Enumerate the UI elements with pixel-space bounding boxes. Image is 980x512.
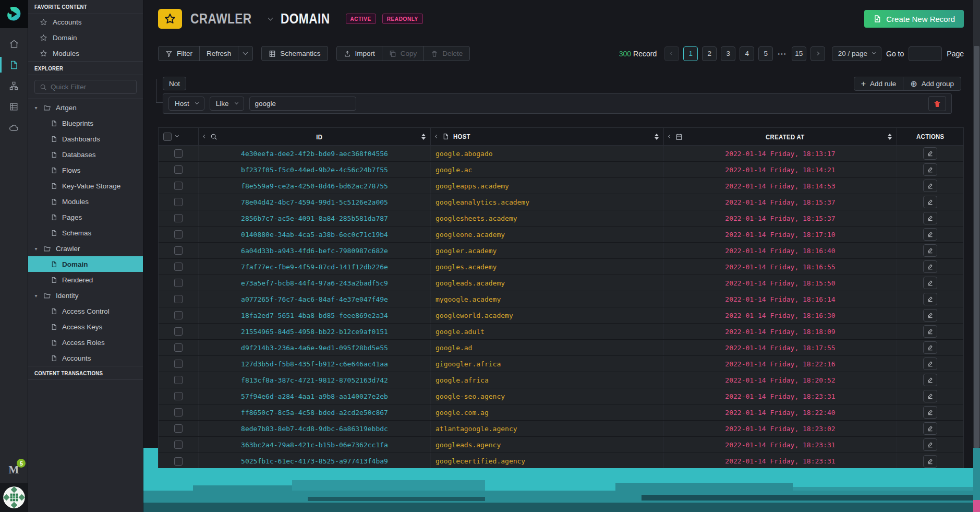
edit-record-button[interactable] [923, 244, 937, 257]
edit-record-button[interactable] [923, 180, 937, 192]
tree-item-flows[interactable]: Flows [28, 162, 143, 178]
filter-operator-select[interactable]: Like [210, 97, 244, 111]
caret-down-icon[interactable]: ▾ [33, 246, 39, 252]
goto-page-input[interactable] [909, 46, 942, 61]
import-button[interactable]: Import [336, 46, 382, 61]
row-host[interactable]: googleads.academy [435, 279, 505, 287]
edit-record-button[interactable] [923, 422, 937, 435]
row-host[interactable]: googleapps.academy [435, 182, 509, 190]
favorite-item-accounts[interactable]: Accounts [28, 14, 143, 30]
tree-item-access-keys[interactable]: Access Keys [28, 319, 143, 335]
row-checkbox[interactable] [174, 408, 183, 416]
row-id[interactable]: 2856b7c7-ac5e-4091-8a84-285b581da787 [241, 215, 388, 222]
edit-record-button[interactable] [923, 260, 937, 273]
select-all-checkbox[interactable] [163, 133, 172, 141]
row-checkbox[interactable] [174, 424, 183, 433]
edit-record-button[interactable] [923, 163, 937, 176]
row-host[interactable]: gigoogler.africa [435, 360, 501, 368]
pagination-ellipsis[interactable]: ••• [777, 51, 788, 57]
row-checkbox[interactable] [174, 279, 183, 287]
row-id[interactable]: 78e04d42-4bc7-4594-99d1-5c5126e2a005 [241, 198, 388, 206]
page-button-4[interactable]: 4 [740, 46, 754, 61]
tree-item-domain[interactable]: Domain [28, 256, 143, 272]
refresh-button[interactable]: Refresh [199, 46, 238, 61]
column-header-id[interactable]: ID [199, 128, 431, 145]
row-checkbox[interactable] [174, 263, 183, 271]
tree-item-rendered[interactable]: Rendered [28, 272, 143, 288]
tree-item-pages[interactable]: Pages [28, 209, 143, 225]
row-id[interactable]: 21554965-84d5-4958-bb22-b12ce9af0151 [241, 328, 388, 336]
row-id[interactable]: e73a5ef7-bcb8-44f4-97a6-243a2badf5c9 [241, 279, 388, 287]
edit-record-button[interactable] [923, 341, 937, 354]
row-id[interactable]: 4e30eefa-dee2-4f2b-bde9-aec368f04556 [241, 150, 388, 158]
schemantics-button[interactable]: Schemantics [261, 46, 328, 61]
tree-item-databases[interactable]: Databases [28, 147, 143, 162]
rail-home-icon[interactable] [0, 33, 28, 54]
row-id[interactable]: 0140880e-34ab-4ca5-a38b-6ec0c71c19b4 [241, 231, 388, 239]
tree-item-access-roles[interactable]: Access Roles [28, 335, 143, 350]
edit-record-button[interactable] [923, 196, 937, 208]
chevron-down-icon[interactable] [175, 134, 179, 137]
row-checkbox[interactable] [174, 376, 183, 384]
row-id[interactable]: 6a04d33b-a943-4fd6-befc-7980987c682e [241, 247, 388, 255]
row-id[interactable]: f813cf8a-387c-4721-9812-87052163d742 [241, 376, 388, 384]
page-button-5[interactable]: 5 [758, 46, 773, 61]
row-host[interactable]: atlantagoogle.agency [435, 425, 517, 433]
add-rule-button[interactable]: +Add rule [854, 77, 904, 91]
rail-storage-icon[interactable] [0, 96, 28, 117]
chevron-left-icon[interactable] [435, 135, 439, 138]
refresh-dropdown-button[interactable] [238, 46, 253, 61]
row-host[interactable]: googleone.academy [435, 231, 505, 239]
quick-filter[interactable] [34, 80, 137, 94]
row-id[interactable]: f8e559a9-ce2a-4250-8d46-bd62ac278755 [241, 182, 388, 190]
row-id[interactable]: 363bc2a4-79a8-421c-b15b-06e7362cc1fa [241, 441, 388, 449]
row-id[interactable]: 127d3b5d-f5b8-435f-b912-c6e646ac41aa [241, 360, 388, 368]
page-button-2[interactable]: 2 [702, 46, 717, 61]
filter-value-input[interactable] [249, 97, 356, 111]
tree-item-blueprints[interactable]: Blueprints [28, 115, 143, 131]
row-checkbox[interactable] [174, 295, 183, 303]
delete-rule-button[interactable] [928, 96, 946, 111]
filter-field-select[interactable]: Host [168, 97, 204, 111]
row-checkbox[interactable] [174, 165, 183, 174]
column-header-created-at[interactable]: CREATED AT [664, 128, 897, 145]
row-checkbox[interactable] [174, 246, 183, 255]
row-host[interactable]: google-seo.agency [435, 392, 505, 400]
caret-down-icon[interactable]: ▾ [33, 293, 39, 299]
workspace-m-icon[interactable]: M 5 [9, 463, 19, 477]
sort-icon[interactable] [655, 134, 659, 140]
page-button-3[interactable]: 3 [721, 46, 735, 61]
row-host[interactable]: googlesheets.academy [435, 215, 517, 222]
row-checkbox[interactable] [174, 392, 183, 400]
row-host[interactable]: google.ad [435, 344, 472, 352]
add-group-button[interactable]: ⊕Add group [903, 77, 961, 91]
copy-button[interactable]: Copy [382, 46, 425, 61]
not-toggle-button[interactable]: Not [163, 77, 186, 90]
page-size-select[interactable]: 20 / page [832, 46, 881, 61]
row-checkbox[interactable] [174, 360, 183, 368]
tree-item-access-control[interactable]: Access Control [28, 303, 143, 319]
page-button-1[interactable]: 1 [683, 46, 698, 61]
tree-folder-artgen[interactable]: ▾Artgen [28, 100, 143, 115]
rail-cloud-icon[interactable] [0, 117, 28, 138]
row-checkbox[interactable] [174, 182, 183, 190]
column-header-host[interactable]: HOST [431, 128, 664, 145]
row-id[interactable]: 57f94e6d-a284-4aa1-a9b8-aa140027e2eb [241, 392, 388, 400]
create-new-record-button[interactable]: Create New Record [864, 10, 964, 28]
edit-record-button[interactable] [923, 309, 937, 322]
row-checkbox[interactable] [174, 230, 183, 239]
vertical-scrollbar[interactable] [973, 0, 980, 512]
sort-icon[interactable] [888, 134, 892, 140]
tree-item-modules[interactable]: Modules [28, 194, 143, 209]
edit-record-button[interactable] [923, 406, 937, 419]
row-host[interactable]: googleworld.academy [435, 312, 513, 319]
chevron-left-icon[interactable] [203, 135, 207, 138]
breadcrumb-parent[interactable]: CRAWLER [190, 11, 252, 27]
favorite-toggle-button[interactable] [158, 9, 182, 29]
edit-record-button[interactable] [923, 374, 937, 386]
row-host[interactable]: googleanalytics.academy [435, 198, 529, 206]
rail-flows-icon[interactable] [0, 75, 28, 96]
row-checkbox[interactable] [174, 198, 183, 206]
row-id[interactable]: 8ede7b83-8eb7-4cd8-9dbc-6a86319ebbdc [241, 425, 388, 433]
favorite-item-modules[interactable]: Modules [28, 45, 143, 61]
